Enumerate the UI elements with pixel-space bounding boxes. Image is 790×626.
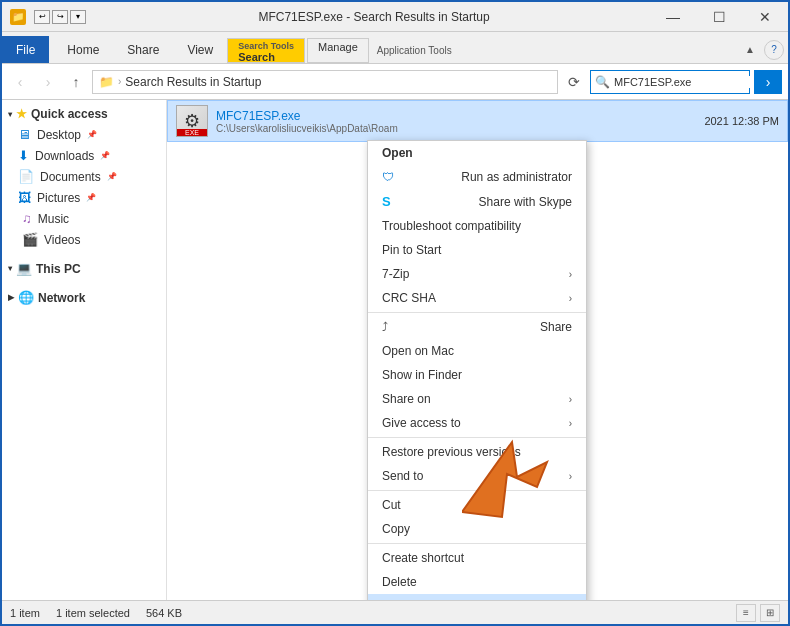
tab-view[interactable]: View [173,36,227,63]
title-bar: 📁 ↩ ↪ ▾ MFC71ESP.exe - Search Results in… [2,2,788,32]
cm-delete-label: Delete [382,575,417,589]
downloads-icon: ⬇ [18,148,29,163]
arrow-give-access: › [569,418,572,429]
network-label: Network [38,291,85,305]
search-tools-header: Search Tools [238,41,294,51]
tab-file[interactable]: File [2,36,49,63]
grid-view-button[interactable]: ⊞ [760,604,780,622]
this-pc-icon: 💻 [16,261,32,276]
separator-4 [368,543,586,544]
cm-rename-label: Rename [382,599,427,600]
cm-crc-sha-label: CRC SHA [382,291,436,305]
title-bar-left: 📁 ↩ ↪ ▾ [2,2,98,31]
cm-delete[interactable]: Delete [368,570,586,594]
network-arrow: ▶ [8,293,14,302]
item-selected: 1 item selected [56,607,130,619]
help-button[interactable]: ? [764,40,784,60]
tab-home[interactable]: Home [53,36,113,63]
cm-7zip[interactable]: 7-Zip › [368,262,586,286]
cm-create-shortcut-label: Create shortcut [382,551,464,565]
item-count: 1 item [10,607,40,619]
quick-access-section: ▾ ★ Quick access 🖥 Desktop 📌 ⬇ Downloads… [2,104,166,250]
cm-show-finder[interactable]: Show in Finder [368,363,586,387]
skype-icon: S [382,194,391,209]
search-input[interactable] [614,76,752,88]
sidebar-pictures-label: Pictures [37,191,80,205]
cm-pin-start[interactable]: Pin to Start [368,238,586,262]
file-icon: ⚙ EXE [176,105,208,137]
sidebar-item-videos[interactable]: 🎬 Videos [2,229,166,250]
sidebar-item-documents[interactable]: 📄 Documents 📌 [2,166,166,187]
window-controls: — ☐ ✕ [650,2,788,31]
close-button[interactable]: ✕ [742,2,788,31]
undo-btn[interactable]: ↩ [34,10,50,24]
cm-rename[interactable]: Rename [368,594,586,600]
cm-send-to-label: Send to [382,469,423,483]
cm-open-mac[interactable]: Open on Mac [368,339,586,363]
path-icon: 📁 [99,75,114,89]
redo-btn[interactable]: ↪ [52,10,68,24]
quick-access-header[interactable]: ▾ ★ Quick access [2,104,166,124]
refresh-button[interactable]: ⟳ [562,70,586,94]
sidebar-item-music[interactable]: ♫ Music [2,208,166,229]
tab-manage[interactable]: Manage [307,38,369,63]
cm-share[interactable]: ⤴ Share [368,315,586,339]
ribbon-tabs: File Home Share View Search Tools Search… [2,32,788,64]
cm-open-label: Open [382,146,413,160]
minimize-button[interactable]: — [650,2,696,31]
ribbon-collapse-arrow[interactable]: ▲ [740,40,760,60]
this-pc-header[interactable]: ▾ 💻 This PC [2,258,166,279]
back-button[interactable]: ‹ [8,70,32,94]
arrow-7zip: › [569,269,572,280]
share-icon: ⤴ [382,320,388,334]
file-path: C:\Users\karolisliucveikis\AppData\Roam [216,123,696,134]
maximize-button[interactable]: ☐ [696,2,742,31]
file-item[interactable]: ⚙ EXE MFC71ESP.exe C:\Users\karolisliucv… [167,100,788,142]
search-icon: 🔍 [595,75,610,89]
this-pc-label: This PC [36,262,81,276]
arrow-crc-sha: › [569,293,572,304]
admin-icon: 🛡 [382,170,394,184]
videos-icon: 🎬 [22,232,38,247]
address-path[interactable]: 📁 › Search Results in Startup [92,70,558,94]
tab-share[interactable]: Share [113,36,173,63]
context-menu: Open 🛡 Run as administrator S Share with… [367,140,587,600]
cm-give-access-label: Give access to [382,416,461,430]
path-text: Search Results in Startup [125,75,261,89]
tab-search-tools[interactable]: Search Tools Search [227,38,305,63]
tab-application-tools[interactable]: Application Tools [371,38,458,63]
cm-share-on[interactable]: Share on › [368,387,586,411]
arrow-share-on: › [569,394,572,405]
separator-1 [368,312,586,313]
up-button[interactable]: ↑ [64,70,88,94]
down-btn[interactable]: ▾ [70,10,86,24]
network-header[interactable]: ▶ 🌐 Network [2,287,166,308]
sidebar-music-label: Music [38,212,69,226]
sidebar-desktop-label: Desktop [37,128,81,142]
network-icon: 🌐 [18,290,34,305]
search-go-button[interactable]: › [754,70,782,94]
file-name: MFC71ESP.exe [216,109,696,123]
window-title: MFC71ESP.exe - Search Results in Startup [98,2,650,31]
cm-run-as-admin[interactable]: 🛡 Run as administrator [368,165,586,189]
cm-troubleshoot[interactable]: Troubleshoot compatibility [368,214,586,238]
sidebar-item-desktop[interactable]: 🖥 Desktop 📌 [2,124,166,145]
cm-share-skype[interactable]: S Share with Skype [368,189,586,214]
sidebar-item-pictures[interactable]: 🖼 Pictures 📌 [2,187,166,208]
main-area: ▾ ★ Quick access 🖥 Desktop 📌 ⬇ Downloads… [2,100,788,600]
ribbon-right: ▲ ? [740,36,788,63]
quick-access-icon: ★ [16,107,27,121]
cm-7zip-label: 7-Zip [382,267,409,281]
address-bar: ‹ › ↑ 📁 › Search Results in Startup ⟳ 🔍 … [2,64,788,100]
forward-button[interactable]: › [36,70,60,94]
search-tools-sub: Search [238,51,294,63]
list-view-button[interactable]: ≡ [736,604,756,622]
arrow-svg [462,432,552,522]
cm-open[interactable]: Open [368,141,586,165]
cm-crc-sha[interactable]: CRC SHA › [368,286,586,310]
status-bar: 1 item 1 item selected 564 KB ≡ ⊞ [2,600,788,624]
window: 📁 ↩ ↪ ▾ MFC71ESP.exe - Search Results in… [0,0,790,626]
cm-create-shortcut[interactable]: Create shortcut [368,546,586,570]
file-date: 2021 12:38 PM [704,115,779,127]
sidebar-item-downloads[interactable]: ⬇ Downloads 📌 [2,145,166,166]
